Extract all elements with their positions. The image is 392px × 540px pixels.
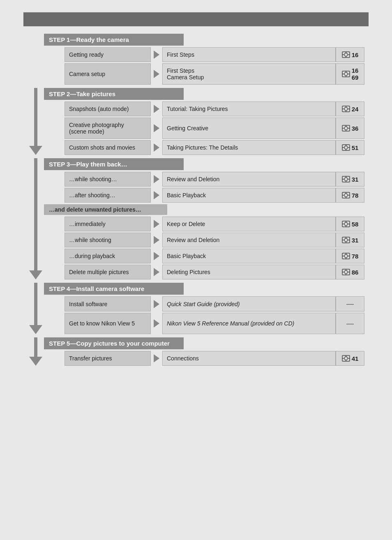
row-label: Snapshots (auto mode) bbox=[65, 102, 151, 116]
step-rows: Install softwareQuick Start Guide (provi… bbox=[44, 296, 364, 334]
row-page: 16 bbox=[336, 47, 364, 62]
row-arrow bbox=[151, 47, 162, 62]
page-dash: — bbox=[346, 300, 354, 308]
step-header-step1: STEP 1—Ready the camera bbox=[44, 34, 184, 46]
row-page: 58 bbox=[336, 217, 364, 231]
row-indent bbox=[44, 188, 65, 203]
arrow-line bbox=[34, 283, 37, 325]
row-indent bbox=[44, 172, 65, 187]
svg-point-25 bbox=[344, 146, 348, 149]
content: STEP 1—Ready the cameraGetting readyFirs… bbox=[23, 26, 369, 373]
row-indent bbox=[44, 313, 65, 334]
page-number: 41 bbox=[352, 355, 359, 362]
row-label: Getting ready bbox=[65, 47, 151, 62]
row-page: 78 bbox=[336, 188, 364, 203]
row-indent bbox=[44, 351, 65, 366]
page-number: 78 bbox=[352, 253, 359, 260]
row-arrow bbox=[151, 249, 162, 263]
row-arrow bbox=[151, 63, 162, 85]
section-content: STEP 3—Play them back……while shooting…Re… bbox=[44, 158, 364, 279]
step-header-step2: STEP 2—Take pictures bbox=[44, 88, 184, 100]
row-target: Getting Creative bbox=[162, 118, 336, 139]
arrow-line bbox=[34, 88, 37, 146]
row-label: …after shooting… bbox=[65, 188, 151, 203]
row-label: …during playback bbox=[65, 249, 151, 263]
svg-point-31 bbox=[344, 178, 348, 181]
camera-icon bbox=[342, 105, 350, 113]
arrow-head bbox=[29, 325, 42, 334]
row-page: 1669 bbox=[336, 63, 364, 85]
big-arrow-container bbox=[28, 34, 44, 85]
arrow-head bbox=[29, 357, 42, 366]
section-content: STEP 4—Install camera softwareInstall so… bbox=[44, 283, 364, 334]
svg-point-19 bbox=[344, 127, 348, 130]
substep-header: …and delete unwanted pictures… bbox=[44, 204, 167, 215]
camera-icon bbox=[342, 268, 350, 276]
row-target: Tutorial: Taking Pictures bbox=[162, 102, 336, 116]
arrow-line bbox=[34, 158, 37, 270]
camera-icon bbox=[342, 191, 350, 199]
row-indent bbox=[44, 249, 65, 263]
row-target: Taking Pictures: The Details bbox=[162, 140, 336, 155]
table-row: Getting readyFirst Steps 16 bbox=[44, 47, 364, 62]
table-row: Snapshots (auto mode)Tutorial: Taking Pi… bbox=[44, 102, 364, 116]
camera-icon bbox=[342, 175, 350, 183]
camera-icon bbox=[342, 354, 350, 362]
arrow-head bbox=[29, 146, 42, 155]
step-rows: Transfer picturesConnections 41 bbox=[44, 351, 364, 366]
section-content: STEP 5—Copy pictures to your computerTra… bbox=[44, 337, 364, 366]
main-title bbox=[23, 12, 369, 20]
step-section-step5: STEP 5—Copy pictures to your computerTra… bbox=[28, 337, 364, 366]
page-number: 31 bbox=[352, 176, 359, 183]
row-arrow bbox=[151, 188, 162, 203]
table-row: Transfer picturesConnections 41 bbox=[44, 351, 364, 366]
big-arrow-container bbox=[28, 283, 44, 334]
step-header-step5: STEP 5—Copy pictures to your computer bbox=[44, 337, 184, 349]
row-indent bbox=[44, 47, 65, 62]
row-label: …immediately bbox=[65, 217, 151, 231]
section-content: STEP 1—Ready the cameraGetting readyFirs… bbox=[44, 34, 364, 85]
row-label: Get to know Nikon View 5 bbox=[65, 313, 151, 334]
step-rows: Getting readyFirst Steps 16Camera setupF… bbox=[44, 47, 364, 85]
arrow-line bbox=[34, 337, 37, 357]
camera-icon bbox=[342, 236, 350, 244]
page-number: 58 bbox=[352, 221, 359, 228]
row-target: Review and Deletion bbox=[162, 233, 336, 247]
camera-icon bbox=[342, 70, 350, 78]
row-target: Deleting Pictures bbox=[162, 265, 336, 279]
row-page: — bbox=[336, 313, 364, 334]
row-target: Nikon View 5 Reference Manual (provided … bbox=[162, 313, 336, 334]
camera-icon bbox=[342, 252, 350, 260]
row-target: Basic Playback bbox=[162, 249, 336, 263]
table-row: Install softwareQuick Start Guide (provi… bbox=[44, 296, 364, 312]
row-arrow bbox=[151, 140, 162, 155]
row-arrow bbox=[151, 118, 162, 139]
substep-rows: …immediatelyKeep or Delete 58…while shoo… bbox=[44, 217, 364, 279]
svg-point-37 bbox=[344, 194, 348, 197]
camera-icon bbox=[342, 220, 350, 228]
table-row: …after shooting…Basic Playback 78 bbox=[44, 188, 364, 203]
step-rows: Snapshots (auto mode)Tutorial: Taking Pi… bbox=[44, 102, 364, 155]
row-arrow bbox=[151, 313, 162, 334]
step-header-step4: STEP 4—Install camera software bbox=[44, 283, 184, 295]
table-row: …while shooting…Review and Deletion 31 bbox=[44, 172, 364, 187]
row-page: 31 bbox=[336, 233, 364, 247]
page-number: 31 bbox=[352, 237, 359, 244]
table-row: Creative photography(scene mode)Getting … bbox=[44, 118, 364, 139]
step-section-step1: STEP 1—Ready the cameraGetting readyFirs… bbox=[28, 34, 364, 85]
table-row: …while shootingReview and Deletion 31 bbox=[44, 233, 364, 247]
page-number: 24 bbox=[352, 106, 359, 113]
row-page: 31 bbox=[336, 172, 364, 187]
row-target: First Steps bbox=[162, 47, 336, 62]
row-arrow bbox=[151, 265, 162, 279]
svg-point-13 bbox=[344, 107, 348, 111]
page-number: 36 bbox=[352, 125, 359, 132]
row-target: Basic Playback bbox=[162, 188, 336, 203]
row-indent bbox=[44, 233, 65, 247]
section-content: STEP 2—Take picturesSnapshots (auto mode… bbox=[44, 88, 364, 155]
row-target: Quick Start Guide (provided) bbox=[162, 296, 336, 312]
row-indent bbox=[44, 102, 65, 116]
row-indent bbox=[44, 296, 65, 312]
svg-point-1 bbox=[344, 53, 348, 56]
camera-icon bbox=[342, 51, 350, 59]
